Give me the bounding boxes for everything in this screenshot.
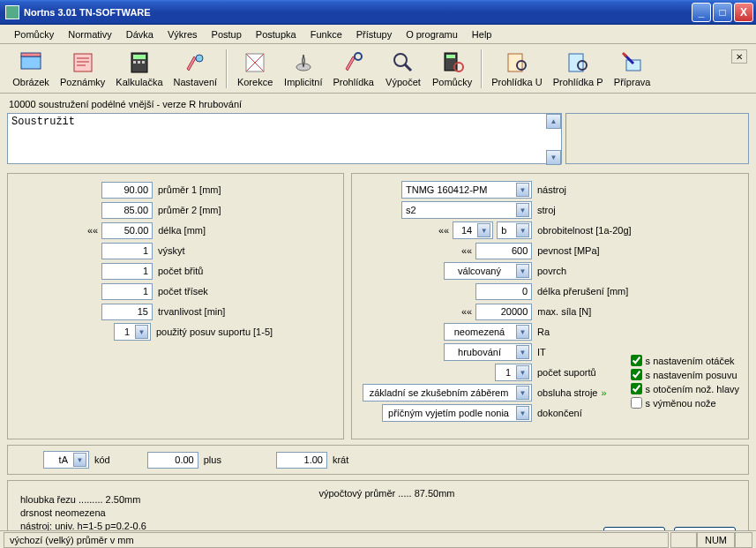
support-select[interactable]: 1▼ [495,364,532,381]
menu-pomucky[interactable]: Pomůcky [7,26,61,42]
svg-rect-1 [21,53,41,56]
ra-select[interactable]: neomezená▼ [444,323,532,341]
svg-rect-4 [133,55,146,59]
menu-funkce[interactable]: Funkce [303,26,349,42]
checkbox-label: s výměnou nože [646,398,716,409]
input-row: ««délka [mm] [87,221,333,239]
chevron-down-icon[interactable]: ▼ [516,223,529,237]
chevron-down-icon[interactable]: ▼ [516,264,529,278]
input-row: trvanlivost [min] [101,303,333,320]
menu-pristupy[interactable]: Přístupy [349,26,399,42]
scroll-down-icon[interactable]: ▼ [546,150,561,165]
finish-select[interactable]: příčným vyjetím podle nonia▼ [382,404,532,422]
menu-postupka[interactable]: Postupka [249,26,303,42]
tool-select[interactable]: TNMG 160412-PM▼ [401,181,532,199]
chevron-down-icon[interactable]: ▼ [477,223,490,237]
status-cell [735,532,752,548]
chevron-down-icon[interactable]: ▼ [516,203,529,217]
svg-rect-5 [133,61,136,64]
value-input[interactable] [101,263,153,280]
it-select[interactable]: hrubování▼ [444,343,532,361]
checkbox-label: s otočením nož. hlavy [646,384,739,394]
field-label: délka [mm] [158,225,206,236]
chevron-down-icon[interactable]: ▼ [516,406,529,420]
toolbar-prohlidka-p[interactable]: Prohlídka P [548,49,609,89]
menu-normativy[interactable]: Normativy [61,26,119,42]
break-input[interactable] [475,283,532,300]
close-button[interactable]: X [734,3,753,22]
field-label: počet třísek [158,286,208,297]
value-input[interactable] [101,304,153,320]
checkbox[interactable] [631,369,642,380]
menu-davka[interactable]: Dávka [119,26,161,42]
svg-rect-7 [142,61,145,64]
toolbar-separator [481,49,483,88]
chevron-down-icon[interactable]: ▼ [135,325,148,339]
field-label: počet břitů [158,266,203,276]
close-panel-button[interactable]: ✕ [731,49,747,64]
chevron-down-icon[interactable]: ▼ [516,325,529,339]
value-input[interactable] [101,182,153,199]
toolbar-vypocet[interactable]: Výpočet [379,49,427,89]
toolbar-prohlidka-u[interactable]: Prohlídka U [486,49,547,89]
prefix-link[interactable]: «« [87,225,98,236]
menu-help[interactable]: Help [465,26,499,42]
scroll-up-icon[interactable]: ▲ [546,114,561,129]
mult-input[interactable] [276,452,327,469]
code-select[interactable]: tA▼ [43,451,89,469]
minimize-button[interactable]: _ [692,3,711,22]
prefix-link[interactable]: «« [461,306,472,317]
toolbar-priprava[interactable]: Příprava [609,49,656,89]
toolbar-obrazek[interactable]: Obrázek [7,49,55,89]
menu-vykres[interactable]: Výkres [161,26,205,42]
value-input[interactable] [101,222,153,239]
input-row: výskyt [101,242,333,259]
checkbox-item[interactable]: s výměnou nože [631,397,739,409]
force-input[interactable] [475,304,532,320]
checkbox[interactable] [631,355,642,366]
chevron-down-icon[interactable]: ▼ [516,365,529,379]
value-input[interactable] [101,202,153,219]
chevron-down-icon[interactable]: ▼ [73,453,86,467]
toolbar-pomucky[interactable]: Pomůcky [427,49,477,89]
titlebar: Nortns 3.01 TN-SOFTWARE _ □ X [0,0,756,25]
status-num: NUM [697,532,735,548]
chevron-down-icon[interactable]: ▼ [516,386,529,400]
toolbar-implicitni[interactable]: Implicitní [279,49,327,89]
menu-postup[interactable]: Postup [205,26,249,42]
surface-select[interactable]: válcovaný▼ [444,262,532,280]
svg-point-8 [196,55,203,62]
obr-b-select[interactable]: b▼ [497,221,532,239]
checkbox-item[interactable]: s otočením nož. hlavy [631,383,739,394]
toolbar-prohlidka[interactable]: Prohlídka [328,49,379,89]
right-panel: TNMG 160412-PM▼ nástroj s2▼ stroj «« 14▼… [351,173,749,439]
header-line: 10000 soustružení podélné vnější - verze… [7,97,749,113]
obr-a-select[interactable]: 14▼ [453,221,493,239]
toolbar-nastaveni[interactable]: Nastavení [168,49,223,89]
plus-input[interactable] [147,452,198,469]
toolbar: Obrázek Poznámky Kalkulačka Nastavení Ko… [0,44,756,94]
strength-input[interactable] [475,243,532,259]
machine-select[interactable]: s2▼ [401,201,532,219]
checkbox-item[interactable]: s nastavením otáček [631,355,739,366]
feed-select[interactable]: 1▼ [114,323,151,341]
maximize-button[interactable]: □ [713,3,732,22]
prefix-link[interactable]: «« [461,245,472,256]
toolbar-separator [226,49,228,88]
operator-select[interactable]: základní se zkušebním záběrem▼ [363,384,532,402]
prefix-link[interactable]: «« [438,225,449,236]
toolbar-poznamky[interactable]: Poznámky [55,49,110,89]
toolbar-kalkulacka[interactable]: Kalkulačka [110,49,168,89]
toolbar-korekce[interactable]: Korekce [231,49,279,89]
statusbar: výchozí (velký) průměr v mm NUM [0,530,756,548]
description-textarea[interactable]: Soustružit [7,113,562,164]
checkbox[interactable] [631,397,642,409]
chevron-down-icon[interactable]: ▼ [516,345,529,359]
menu-oprogramu[interactable]: O programu [399,26,465,42]
checkbox[interactable] [631,383,642,394]
mult-label: krát [333,454,348,465]
value-input[interactable] [101,283,153,300]
value-input[interactable] [101,243,153,259]
checkbox-item[interactable]: s nastavením posuvu [631,369,739,380]
chevron-down-icon[interactable]: ▼ [516,183,529,197]
